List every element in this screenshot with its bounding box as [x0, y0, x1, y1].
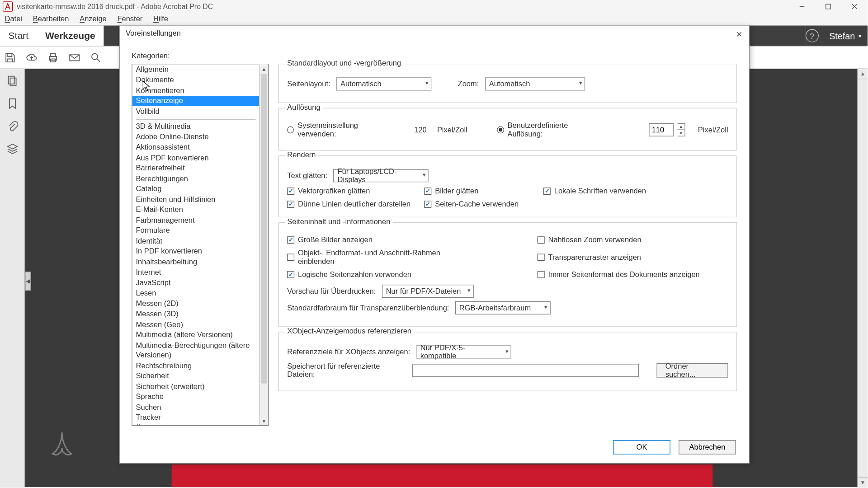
category-item[interactable]: Lesen: [132, 288, 259, 298]
preferences-dialog: Voreinstellungen ✕ Kategorien: Allgemein…: [119, 25, 750, 463]
category-item[interactable]: 3D & Multimedia: [132, 121, 259, 131]
category-item[interactable]: JavaScript: [132, 277, 259, 288]
radio-custom-resolution[interactable]: [497, 126, 504, 133]
user-dropdown-icon[interactable]: ▾: [859, 33, 862, 39]
category-item[interactable]: Suchen: [132, 402, 259, 413]
categories-listbox[interactable]: AllgemeinDokumenteKommentierenSeitenanze…: [132, 64, 269, 426]
system-resolution-label: Systemeinstellung verwenden:: [297, 122, 393, 138]
close-button[interactable]: [841, 0, 868, 13]
listbox-scrollbar[interactable]: ▲ ▼: [259, 64, 268, 425]
zoom-combo[interactable]: Automatisch: [485, 77, 585, 90]
checkbox-object-frames[interactable]: [287, 253, 294, 261]
checkbox-image-smoothing[interactable]: [424, 188, 431, 195]
menu-fenster[interactable]: Fenster: [115, 14, 144, 24]
checkbox-always-page-size[interactable]: [538, 271, 545, 278]
checkbox-large-images[interactable]: [287, 236, 294, 244]
page-layout-combo[interactable]: Automatisch: [336, 77, 432, 90]
group-layout-title: Standardlayout und -vergrößerung: [285, 59, 403, 67]
category-item[interactable]: Sicherheit: [132, 371, 259, 381]
category-item[interactable]: Multimedia-Berechtigungen (ältere Versio…: [132, 340, 259, 361]
category-item[interactable]: Catalog: [132, 184, 259, 194]
category-item[interactable]: Identität: [132, 236, 259, 246]
attachment-icon[interactable]: [6, 120, 18, 132]
bookmark-icon[interactable]: [6, 98, 18, 109]
print-icon[interactable]: [47, 51, 60, 64]
mail-icon[interactable]: [68, 51, 81, 64]
minimize-button[interactable]: [789, 0, 815, 13]
svg-rect-11: [8, 76, 14, 84]
vertical-scrollbar[interactable]: ▲ ▼: [858, 69, 868, 487]
overprint-combo[interactable]: Nur für PDF/X-Dateien: [382, 285, 473, 298]
category-item[interactable]: Rechtschreibung: [132, 360, 259, 371]
category-item[interactable]: Adobe Online-Dienste: [132, 131, 259, 142]
ok-button[interactable]: OK: [613, 440, 670, 455]
tab-start[interactable]: Start: [0, 26, 37, 46]
checkbox-thin-lines[interactable]: [287, 201, 294, 208]
listbox-scroll-thumb[interactable]: [261, 74, 267, 383]
category-item[interactable]: Sicherheit (erweitert): [132, 381, 259, 392]
category-item[interactable]: Einheiten und Hilfslinien: [132, 194, 259, 205]
cloud-icon[interactable]: [25, 51, 38, 64]
search-icon[interactable]: [90, 51, 103, 64]
cancel-button[interactable]: Abbrechen: [679, 440, 736, 455]
scroll-down-icon[interactable]: ▼: [858, 477, 868, 487]
category-item[interactable]: Messen (3D): [132, 309, 259, 319]
category-item[interactable]: Farbmanagement: [132, 215, 259, 225]
text-smoothing-combo[interactable]: Für Laptops/LCD-Displays: [333, 169, 429, 182]
category-item[interactable]: Seitenanzeige: [132, 96, 259, 106]
category-item[interactable]: Aktionsassistent: [132, 142, 259, 152]
maximize-button[interactable]: [815, 0, 841, 13]
category-item[interactable]: Internet: [132, 267, 259, 277]
save-icon[interactable]: [4, 51, 17, 64]
user-name[interactable]: Stefan: [829, 31, 855, 41]
category-item[interactable]: Multimedia (ältere Versionen): [132, 330, 259, 340]
thumbnails-icon[interactable]: [6, 75, 18, 87]
radio-system-resolution[interactable]: [287, 126, 294, 133]
page-layout-label: Seitenlayout:: [287, 80, 330, 88]
category-item[interactable]: Sprache: [132, 392, 259, 402]
checkbox-page-cache[interactable]: [424, 201, 431, 208]
category-item[interactable]: Formulare: [132, 225, 259, 236]
help-icon[interactable]: ?: [805, 29, 818, 42]
dialog-close-icon[interactable]: ✕: [733, 28, 745, 40]
ref-targets-combo[interactable]: Nur PDF/X-5-kompatible: [416, 345, 511, 358]
category-item[interactable]: Aus PDF konvertieren: [132, 152, 259, 163]
category-item[interactable]: Überprüfen: [132, 423, 259, 426]
cursor-icon: [142, 80, 151, 95]
category-item[interactable]: Vollbild: [132, 106, 259, 117]
category-item[interactable]: Messen (Geo): [132, 319, 259, 329]
checkbox-seamless-zoom[interactable]: [538, 236, 545, 244]
layers-icon[interactable]: [6, 143, 18, 155]
category-item[interactable]: In PDF konvertieren: [132, 246, 259, 257]
resolution-spinner[interactable]: ▲▼: [677, 123, 685, 136]
listbox-scroll-down-icon[interactable]: ▼: [260, 416, 268, 425]
scroll-up-icon[interactable]: ▲: [858, 69, 868, 79]
checkbox-logical-pages[interactable]: [287, 271, 294, 278]
checkbox-local-fonts[interactable]: [543, 188, 551, 195]
category-item[interactable]: Messen (2D): [132, 298, 259, 309]
category-item[interactable]: Berechtigungen: [132, 174, 259, 184]
category-item[interactable]: E-Mail-Konten: [132, 205, 259, 215]
checkbox-transparency-grid[interactable]: [538, 253, 545, 261]
category-item[interactable]: Allgemein: [132, 64, 259, 75]
category-item[interactable]: Barrierefreiheit: [132, 163, 259, 173]
tab-werkzeuge[interactable]: Werkzeuge: [37, 26, 104, 46]
dialog-button-bar: OK Abbrechen: [613, 440, 736, 455]
menu-bearbeiten[interactable]: Bearbeiten: [31, 14, 71, 24]
category-item[interactable]: Tracker: [132, 413, 259, 423]
listbox-scroll-up-icon[interactable]: ▲: [260, 64, 268, 73]
category-item[interactable]: Kommentieren: [132, 85, 259, 95]
custom-resolution-input[interactable]: [649, 123, 674, 136]
menu-anzeige[interactable]: Anzeige: [78, 14, 108, 24]
blend-space-combo[interactable]: RGB-Arbeitsfarbraum: [455, 301, 551, 314]
category-item[interactable]: Dokumente: [132, 75, 259, 85]
checkbox-vector-smoothing[interactable]: [287, 188, 294, 195]
category-item[interactable]: Inhaltsbearbeitung: [132, 257, 259, 267]
browse-folder-button[interactable]: Ordner suchen...: [656, 363, 728, 378]
group-resolution-title: Auflösung: [285, 103, 323, 111]
pixel-unit-2: Pixel/Zoll: [698, 126, 728, 134]
menu-datei[interactable]: Datei: [3, 14, 24, 24]
menu-hilfe[interactable]: Hilfe: [151, 14, 170, 24]
collapse-handle-icon[interactable]: ◀: [25, 272, 31, 291]
storage-input[interactable]: [412, 364, 638, 377]
